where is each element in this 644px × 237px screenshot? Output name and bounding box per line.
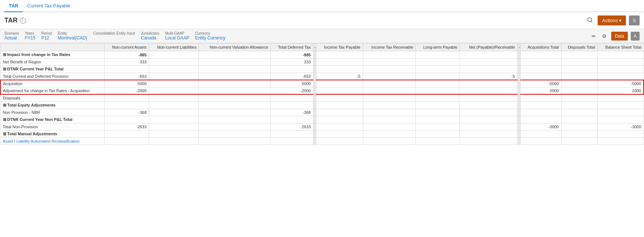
- table-header-row: Non-current Assets Non-current Liabiliti…: [0, 43, 644, 51]
- data-cell: [199, 87, 271, 95]
- data-cell: [316, 130, 363, 138]
- separator-cell: [313, 109, 316, 116]
- data-cell: [520, 66, 561, 73]
- data-cell: [597, 51, 644, 59]
- data-cell: [460, 94, 517, 102]
- data-cell: [597, 116, 644, 123]
- tab-current-tax-payable[interactable]: Current Tax Payable: [23, 0, 75, 11]
- data-cell: 2000: [597, 87, 644, 95]
- tab-tar[interactable]: TAR: [4, 0, 23, 12]
- row-label-cell[interactable]: ⊞ Impact from change in Tax Rates: [0, 51, 105, 59]
- tab-bar: TAR Current Tax Payable: [0, 0, 644, 12]
- data-cell: [561, 66, 597, 73]
- data-cell: [561, 51, 597, 59]
- row-label-cell[interactable]: ⊞ DTNR Current Year Non P&L Total: [0, 116, 105, 123]
- data-cell: [199, 116, 271, 123]
- table-body: ⊞ Impact from change in Tax Rates-985-98…: [0, 51, 644, 145]
- data-cell: [316, 59, 363, 66]
- filter-multi-gaap-value[interactable]: Local GAAP: [165, 35, 189, 41]
- search-button[interactable]: [585, 15, 595, 26]
- s-button[interactable]: S: [629, 15, 640, 25]
- data-cell: [561, 116, 597, 123]
- data-cell: [416, 80, 460, 87]
- data-cell: [363, 87, 415, 95]
- data-cell: [561, 87, 597, 95]
- filter-years-label: Years: [25, 31, 35, 35]
- table-row: ⊞ Total Manual Adjustments: [0, 130, 644, 138]
- table-row: Disposals: [0, 94, 644, 102]
- data-cell: 5000: [271, 80, 313, 87]
- info-icon[interactable]: i: [20, 18, 26, 24]
- data-cell: [416, 94, 460, 102]
- separator-cell: [517, 116, 520, 123]
- data-cell: [149, 94, 199, 102]
- data-cell: [460, 123, 517, 130]
- data-cell: 333: [105, 59, 149, 66]
- data-cell: [460, 116, 517, 123]
- toolbar-right: ✏ ⚙ Data A: [590, 32, 640, 41]
- table-row: ⊞ Impact from change in Tax Rates-985-98…: [0, 51, 644, 59]
- data-button[interactable]: Data: [611, 32, 628, 41]
- data-cell: [520, 102, 561, 109]
- data-cell: [597, 73, 644, 80]
- data-cell: -985: [105, 51, 149, 59]
- data-cell: 5000: [105, 80, 149, 87]
- data-cell: [363, 130, 415, 138]
- col-header-net-payable-receivable: Net (Payable)/Receivable: [460, 43, 517, 51]
- data-cell: 2633: [105, 123, 149, 130]
- svg-point-0: [588, 18, 592, 22]
- gear-button[interactable]: ⚙: [601, 32, 608, 41]
- filter-period-value[interactable]: P12: [41, 35, 52, 41]
- col-separator-2: -: [517, 43, 520, 51]
- data-cell: [363, 102, 415, 109]
- actions-button[interactable]: Actions ▾: [598, 15, 626, 25]
- data-cell: -5: [316, 73, 363, 80]
- data-cell: [149, 130, 199, 138]
- data-cell: [199, 138, 271, 145]
- row-label-cell[interactable]: ⊞ Total Manual Adjustments: [0, 130, 105, 138]
- row-label-cell: Total Non-Provision: [0, 123, 105, 130]
- data-cell: [316, 109, 363, 116]
- data-cell: [561, 73, 597, 80]
- row-label-cell[interactable]: ⊞ Total Equity Adjustments: [0, 102, 105, 109]
- separator-cell: [313, 94, 316, 102]
- data-cell: [520, 59, 561, 66]
- a-button[interactable]: A: [631, 32, 640, 41]
- filter-multi-gaap-label: Multi-GAAP: [165, 31, 189, 35]
- data-cell: [271, 66, 313, 73]
- row-label-cell: Disposals: [0, 94, 105, 102]
- data-cell: [416, 109, 460, 116]
- filter-entity-value[interactable]: Montreal(CAD): [58, 35, 87, 41]
- filter-jurisdiction-value[interactable]: Canada: [141, 35, 159, 41]
- row-label-cell: Net Benefit of Region: [0, 59, 105, 66]
- data-cell: -3000: [520, 123, 561, 130]
- data-cell: [149, 51, 199, 59]
- data-cell: [363, 80, 415, 87]
- edit-button[interactable]: ✏: [590, 32, 598, 41]
- table-row: Non Provision - NBR-368-368: [0, 109, 644, 116]
- filter-jurisdiction-label: Jurisdiction: [141, 31, 159, 35]
- separator-cell: [313, 66, 316, 73]
- row-label-cell: Asset / Liability Automated Reclassifica…: [0, 138, 105, 145]
- separator-cell: [517, 130, 520, 138]
- row-label-cell: Acquisition: [0, 80, 105, 87]
- row-label-cell[interactable]: ⊞ DTNR Current Year P&L Total: [0, 66, 105, 73]
- data-cell: -5: [460, 73, 517, 80]
- data-cell: [416, 130, 460, 138]
- data-cell: [199, 80, 271, 87]
- filter-currency-value[interactable]: Entity Currency: [195, 35, 225, 41]
- filter-scenario-value[interactable]: Actual: [4, 35, 19, 41]
- data-cell: -368: [105, 109, 149, 116]
- data-cell: -653: [271, 73, 313, 80]
- separator-cell: [517, 123, 520, 130]
- table-row: Total Current and Deferred Provision-653…: [0, 73, 644, 80]
- col-header-acquisitions-total: Acquisitions Total: [520, 43, 561, 51]
- data-cell: [597, 102, 644, 109]
- data-cell: [416, 51, 460, 59]
- data-cell: [597, 94, 644, 102]
- filter-multi-gaap: Multi-GAAP Local GAAP: [165, 31, 189, 41]
- data-cell: [105, 130, 149, 138]
- data-cell: [316, 66, 363, 73]
- filter-years-value[interactable]: FY15: [25, 35, 35, 41]
- data-cell: [149, 87, 199, 95]
